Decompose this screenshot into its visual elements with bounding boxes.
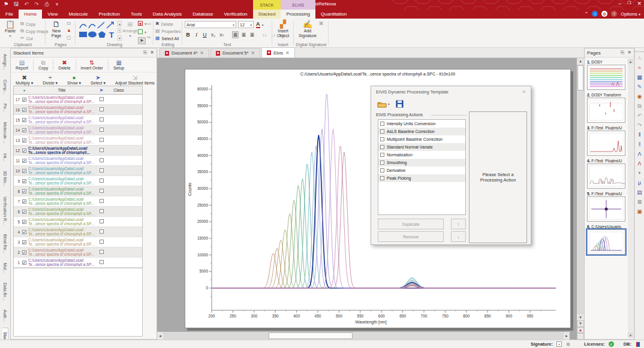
pin-checkbox[interactable]: [100, 240, 104, 244]
peak-picking-icon[interactable]: Λ: [636, 150, 643, 158]
pin-checkbox[interactable]: [100, 128, 104, 132]
align-right-button[interactable]: ≣: [249, 32, 255, 38]
visibility-checkbox[interactable]: ✔: [22, 159, 26, 163]
ribbon-tab-database[interactable]: Database: [187, 10, 218, 19]
font-color-button[interactable]: A▾: [256, 21, 264, 28]
add-signature-button[interactable]: ✍ Add Signature: [299, 20, 317, 38]
page-thumbnail[interactable]: [587, 164, 625, 189]
cut-button[interactable]: ✂Cut: [20, 36, 33, 41]
close-document-icon[interactable]: ✕: [251, 50, 255, 56]
visibility-checkbox[interactable]: ✔: [22, 98, 26, 102]
pin-checkbox[interactable]: [100, 229, 104, 234]
redo-icon[interactable]: ↷: [33, 1, 40, 8]
spectrum-curve[interactable]: [212, 249, 556, 288]
scroll-right-icon[interactable]: ►: [564, 332, 570, 340]
invert-order-button[interactable]: ⇅Invert Order: [79, 59, 106, 71]
page-marker-icon[interactable]: ▲: [577, 327, 584, 334]
document-tab-document-4[interactable]: Document 4*✕: [160, 48, 209, 58]
page-item-5[interactable]: 5. F:/Test_Plugins/U: [586, 192, 628, 222]
page-thumbnail[interactable]: [587, 65, 625, 90]
close-panel-icon[interactable]: ✕: [150, 50, 154, 56]
crosshair-icon[interactable]: +: [636, 170, 643, 177]
dock-tab-verification-r[interactable]: Verification R...: [2, 193, 8, 228]
peak-arrow-icon[interactable]: Λ: [636, 160, 643, 168]
visibility-checkbox[interactable]: ✔: [22, 149, 26, 153]
ribbon-tab-home[interactable]: Home: [19, 10, 42, 19]
print-icon[interactable]: ⎙: [43, 1, 50, 8]
predict-stamp-icon[interactable]: ◉: [636, 93, 643, 101]
ribbon-tab-file[interactable]: File: [0, 10, 19, 19]
save-icon[interactable]: 🖫: [13, 1, 20, 8]
minimize-button[interactable]: –: [618, 1, 621, 7]
ribbon-tab-quantitation[interactable]: Quantitation: [315, 10, 352, 19]
info-icon[interactable]: i: [592, 11, 598, 17]
action-checkbox[interactable]: [380, 161, 384, 165]
report-button[interactable]: ▤Report: [13, 59, 31, 71]
pin-checkbox[interactable]: [100, 117, 104, 122]
mnova-logo-icon[interactable]: ⚑: [2, 1, 10, 8]
copy-button[interactable]: ⧉Copy: [36, 59, 50, 71]
stacked-item-row[interactable]: 15✔C:/Users/Usuario/AppData/Local/Te...c…: [14, 115, 142, 125]
dock-tab-mul[interactable]: Mul...: [2, 259, 8, 277]
float-pages-panel-icon[interactable]: ⎘: [621, 50, 624, 56]
duplicate-button[interactable]: Duplicate: [378, 219, 444, 229]
stacked-item-row[interactable]: 1✔C:/Users/Usuario/AppData/Local/Te...ce…: [14, 258, 142, 268]
action-item-standard-normal-variate[interactable]: Standard Normal Variate: [378, 143, 465, 151]
pin-checkbox[interactable]: [100, 250, 104, 254]
prediction-grid-icon[interactable]: ▦: [636, 74, 643, 81]
options-menu[interactable]: Options ▾: [621, 11, 640, 17]
insert-object-button[interactable]: ▞ Insert Object: [274, 20, 292, 38]
action-checkbox[interactable]: [380, 122, 384, 126]
licenses-ok-icon[interactable]: ✓: [609, 341, 614, 347]
visibility-checkbox[interactable]: ✔: [22, 220, 26, 224]
action-checkbox[interactable]: [380, 168, 384, 173]
ribbon-tab-tools[interactable]: Tools: [125, 10, 148, 19]
page-item-2[interactable]: 2. DOSY Transform: [586, 93, 628, 123]
close-button[interactable]: ✕: [637, 1, 642, 7]
spinner-down-icon[interactable]: ▾: [118, 35, 122, 41]
page-item-1[interactable]: 1. DOSY: [586, 60, 628, 90]
page-thumbnail[interactable]: [587, 131, 625, 156]
close-document-icon[interactable]: ✕: [200, 50, 204, 56]
stacked-item-row[interactable]: 16✔C:/Users/Usuario/AppData/Local/Te...c…: [14, 105, 142, 115]
paste-button[interactable]: 📋 Paste▾: [1, 20, 19, 38]
page-item-3[interactable]: 3. F:/Test_Plugins/U: [586, 126, 628, 156]
stacked-item-row[interactable]: 11✔C:/Users/Usuario/AppData/Local/Te...c…: [14, 156, 142, 166]
visibility-checkbox[interactable]: ✔: [22, 128, 26, 132]
visibility-checkbox[interactable]: ✔: [22, 118, 26, 122]
border-color-button[interactable]: ✖▾: [138, 21, 146, 26]
multiplet-analysis-icon[interactable]: μ: [636, 179, 643, 187]
page-number-icon[interactable]: ▢: [67, 35, 71, 40]
visibility-checkbox[interactable]: ✔: [22, 108, 26, 112]
stacked-item-row[interactable]: 3✔C:/Users/Usuario/AppData/Local/Te...ce…: [14, 237, 142, 247]
page-thumbnail[interactable]: [587, 98, 625, 123]
canvas-horizontal-scrollbar[interactable]: ◄ ►: [157, 332, 570, 340]
scroll-down-icon[interactable]: ▼: [577, 314, 584, 320]
ribbon-tab-prediction[interactable]: Prediction: [93, 10, 125, 19]
underline-button[interactable]: U: [201, 32, 208, 38]
visibility-checkbox[interactable]: ✔: [22, 138, 26, 143]
spinner-mid-icon[interactable]: ▪: [118, 28, 121, 33]
letter-spacing-decrease-icon[interactable]: ı.ı: [261, 33, 268, 37]
divide-button[interactable]: ÷Divide ▾: [40, 74, 60, 86]
pages-scroll-up-icon[interactable]: ▲: [628, 59, 633, 64]
visibility-checkbox[interactable]: ✔: [22, 230, 26, 234]
copy-image-button[interactable]: ⧉Copy Image: [20, 29, 48, 34]
action-item-smoothing[interactable]: Smoothing: [378, 159, 465, 167]
select-button[interactable]: ➤Select ▾: [88, 74, 108, 86]
document-tab-document-5[interactable]: Document 5*✕: [210, 48, 260, 58]
dock-tab-assign[interactable]: Assign...: [2, 50, 8, 74]
action-item-multipoint-baseline-correction[interactable]: Multipoint Baseline Correction: [378, 135, 465, 143]
document-tab-elvis[interactable]: Elvis✕: [261, 47, 295, 58]
action-item-peak-picking[interactable]: Peak Picking: [378, 174, 465, 182]
dock-tab-3d-mo[interactable]: 3D Mo...: [2, 167, 8, 190]
redo-assignment-icon[interactable]: ↷: [636, 122, 643, 129]
copy-spectrum-icon[interactable]: ⧉: [636, 102, 643, 110]
bold-button[interactable]: B: [185, 32, 191, 38]
page-previous-icon[interactable]: ▼: [577, 320, 584, 327]
db-status-icon[interactable]: [635, 341, 640, 347]
action-item-derivative[interactable]: Derivative: [378, 167, 465, 174]
page-thumbnail[interactable]: [587, 196, 625, 222]
settings-gear-icon[interactable]: ⚙: [601, 11, 607, 17]
close-document-icon[interactable]: ✕: [285, 50, 290, 56]
